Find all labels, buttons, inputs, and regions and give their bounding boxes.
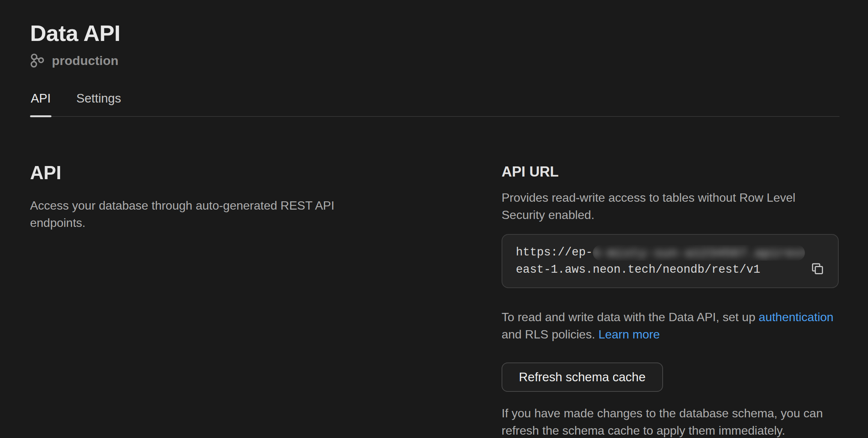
branch-name: production	[52, 53, 119, 68]
api-url-suffix: east-1.aws.neon.tech/neondb/rest/v1	[516, 261, 760, 278]
authentication-link[interactable]: authentication	[759, 310, 833, 324]
api-url-redacted-region: b-misty-sun-a1234567.apirest.c-2.us-	[593, 245, 805, 261]
branch-badge: production	[30, 53, 839, 68]
data-api-page: Data API production API Settings API Acc…	[0, 0, 868, 438]
copy-icon	[810, 261, 827, 276]
api-section-description: Access your database through auto-genera…	[30, 197, 338, 231]
tab-bar: API Settings	[30, 91, 839, 117]
api-url-prefix: https://ep-	[516, 244, 593, 261]
learn-more-link[interactable]: Learn more	[598, 328, 660, 341]
api-url-line-2: east-1.aws.neon.tech/neondb/rest/v1	[516, 261, 805, 278]
refresh-schema-cache-button[interactable]: Refresh schema cache	[502, 362, 663, 392]
auth-note-part1: To read and write data with the Data API…	[502, 310, 759, 324]
page-title: Data API	[30, 20, 839, 46]
api-url-code-block: https://ep- b-misty-sun-a1234567.apirest…	[502, 234, 839, 288]
api-url-section: API URL Provides read-write access to ta…	[502, 163, 839, 438]
api-url-description: Provides read-write access to tables wit…	[502, 189, 839, 224]
tab-api[interactable]: API	[30, 91, 51, 116]
auth-note: To read and write data with the Data API…	[502, 308, 839, 343]
api-url-redacted-text: b-misty-sun-a1234567.apirest.c-2.us-	[593, 245, 805, 261]
branch-icon	[30, 53, 45, 68]
refresh-note: If you have made changes to the database…	[502, 405, 832, 438]
content-columns: API Access your database through auto-ge…	[30, 163, 839, 438]
api-url-line-1: https://ep- b-misty-sun-a1234567.apirest…	[516, 244, 805, 261]
page-header: Data API production	[30, 20, 839, 68]
api-url-heading: API URL	[502, 163, 839, 181]
api-section-heading: API	[30, 163, 479, 183]
copy-button[interactable]	[810, 260, 827, 277]
tab-settings[interactable]: Settings	[75, 91, 122, 116]
api-url-value: https://ep- b-misty-sun-a1234567.apirest…	[516, 244, 805, 278]
api-intro-section: API Access your database through auto-ge…	[30, 163, 502, 438]
auth-note-part2: and RLS policies.	[502, 328, 598, 341]
